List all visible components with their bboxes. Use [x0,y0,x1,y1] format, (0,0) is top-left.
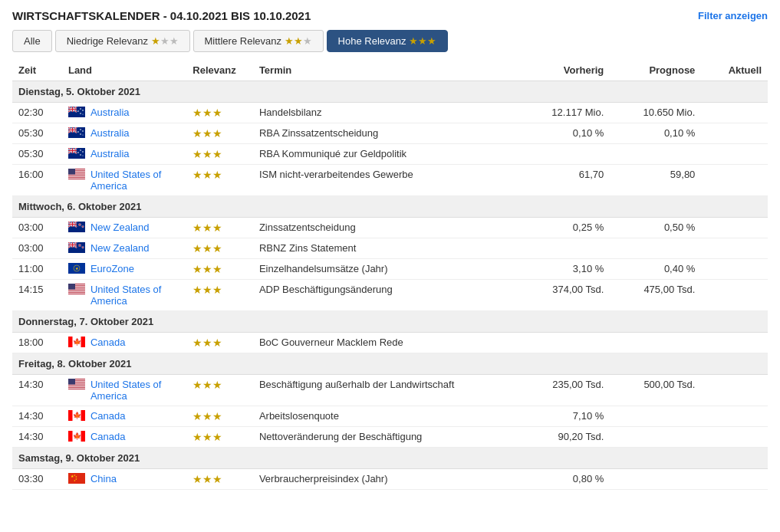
country-name[interactable]: Australia [91,107,130,118]
svg-point-42 [80,154,81,156]
svg-rect-94 [68,385,85,386]
country-name[interactable]: Canada [91,410,126,422]
table-row: 03:30 ★ ★ ★ ★ ★ China ★★★ Verbraucherpre… [12,469,768,490]
flag-icon-au [68,127,85,138]
cell-land: 🍁 Canada [62,406,186,427]
stars: ★★★ [193,263,222,275]
svg-point-44 [82,156,83,156]
cell-land: ★ ★ ★ ★ ★ China [62,469,186,490]
country-name[interactable]: China [91,473,117,484]
svg-point-26 [82,130,84,132]
country-name[interactable]: New Zealand [91,222,150,233]
tab-alle[interactable]: Alle [12,30,52,52]
stars: ★★★ [193,284,222,296]
stars: ★★★ [193,379,222,391]
table-row: 16:00 United States of America ★★★ ISM n… [12,165,768,196]
svg-rect-51 [68,178,85,179]
cell-vorherig: 0,80 % [518,469,610,490]
svg-rect-104 [81,431,85,442]
day-header: Dienstag, 5. Oktober 2021 [12,81,768,103]
cell-relevanz: ★★★ [186,427,253,448]
calendar-table: Zeit Land Relevanz Termin Vorherig Progn… [12,60,768,490]
day-label: Freitag, 8. Oktober 2021 [12,353,768,375]
cell-prognose [610,144,701,165]
svg-point-13 [77,110,79,112]
table-row: 18:00 🍁 Canada ★★★ BoC Gouverneur Mackle… [12,333,768,353]
cell-vorherig: 235,00 Tsd. [518,375,610,406]
country-name[interactable]: United States of America [91,284,180,307]
country-name[interactable]: United States of America [91,169,180,192]
svg-point-11 [82,110,84,111]
flag-icon-au [68,148,85,159]
cell-prognose: 59,80 [610,165,701,196]
svg-rect-49 [68,175,85,176]
cell-termin: Nettoveränderung der Beschäftigung [253,427,518,448]
cell-termin: Verbraucherpreisindex (Jahr) [253,469,518,490]
cell-zeit: 14:15 [12,280,62,311]
filter-link[interactable]: Filter anzeigen [698,10,768,21]
country-name[interactable]: Canada [91,431,126,442]
country-name[interactable]: United States of America [91,379,180,402]
flag-icon-us [68,284,85,294]
country-name[interactable]: EuroZone [91,263,134,274]
cell-land: Australia [62,103,186,123]
cell-vorherig: 61,70 [518,165,610,196]
svg-text:🍁: 🍁 [72,337,81,346]
cell-land: 🍁 Canada [62,427,186,448]
day-header: Mittwoch, 6. Oktober 2021 [12,196,768,218]
cell-land: United States of America [62,165,186,196]
cell-prognose [610,406,701,427]
svg-point-41 [82,151,84,153]
day-label: Samstag, 9. Oktober 2021 [12,448,768,469]
cell-prognose: 475,00 Tsd. [610,280,701,311]
cell-land: New Zealand [62,238,186,259]
tab-niedrig[interactable]: Niedrige Relevanz ★★★ [55,30,190,52]
cell-relevanz: ★★★ [186,165,253,196]
day-header: Donnerstag, 7. Oktober 2021 [12,311,768,333]
svg-point-14 [82,114,83,115]
cell-zeit: 03:30 [12,469,62,490]
cell-vorherig: 12.117 Mio. [518,103,610,123]
table-row: 02:30 Australia [12,103,768,123]
tab-mittel[interactable]: Mittlere Relevanz ★★★ [193,30,324,52]
cell-relevanz: ★★★ [186,406,253,427]
flag-icon-eu: ★ [68,263,85,274]
cell-zeit: 11:00 [12,259,62,280]
svg-rect-50 [68,176,85,177]
country-name[interactable]: Australia [91,127,130,139]
country-name[interactable]: Canada [91,337,126,348]
col-header-vorherig: Vorherig [518,60,610,81]
day-label: Dienstag, 5. Oktober 2021 [12,81,768,103]
page-title: WIRTSCHAFTSKALENDER - 04.10.2021 BIS 10.… [12,9,311,22]
col-header-prognose: Prognose [610,60,701,81]
svg-rect-97 [68,379,75,385]
cell-vorherig [518,333,610,353]
cell-prognose [610,333,701,353]
cell-termin: Zinssatzentscheidung [253,218,518,238]
cell-prognose: 0,50 % [610,218,701,238]
cell-termin: RBA Zinssatzentscheidung [253,123,518,144]
svg-rect-84 [68,293,85,294]
cell-land: New Zealand [62,218,186,238]
svg-point-40 [80,149,81,151]
cell-vorherig [518,238,610,259]
cell-relevanz: ★★★ [186,218,253,238]
tab-hoch[interactable]: Hohe Relevanz ★★★ [327,30,449,52]
cell-termin: BoC Gouverneur Macklem Rede [253,333,518,353]
table-row: 05:30 Australia [12,144,768,165]
country-name[interactable]: Australia [91,148,130,159]
cell-vorherig [518,144,610,165]
cell-aktuell [701,259,768,280]
country-name[interactable]: New Zealand [91,242,150,254]
cell-zeit: 03:00 [12,218,62,238]
day-header: Freitag, 8. Oktober 2021 [12,353,768,375]
stars: ★★★ [193,127,222,140]
cell-vorherig: 7,10 % [518,406,610,427]
table-row: 11:00 ★ EuroZone ★★★ Einzelhandelsumsätz… [12,259,768,280]
cell-termin: Beschäftigung außerhalb der Landwirtscha… [253,375,518,406]
cell-vorherig: 0,10 % [518,123,610,144]
cell-termin: ISM nicht-verarbeitendes Gewerbe [253,165,518,196]
flag-icon-nz [68,242,85,253]
cell-zeit: 16:00 [12,165,62,196]
col-header-aktuell: Aktuell [701,60,768,81]
